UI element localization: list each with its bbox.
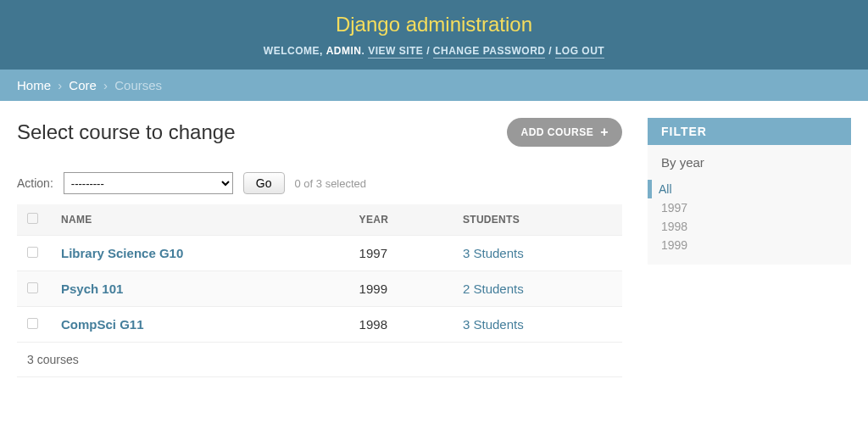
row-checkbox[interactable] — [27, 247, 38, 258]
filter-option[interactable]: All — [648, 180, 837, 198]
add-course-button[interactable]: ADD COURSE + — [507, 118, 622, 147]
table-footer: 3 courses — [17, 343, 622, 377]
main-content: Select course to change ADD COURSE + Act… — [17, 118, 622, 377]
user-tools: WELCOME, ADMIN. VIEW SITE / CHANGE PASSW… — [0, 45, 868, 57]
select-all-checkbox[interactable] — [27, 213, 38, 224]
col-students[interactable]: STUDENTS — [453, 204, 622, 236]
go-button[interactable]: Go — [243, 172, 285, 194]
change-password-link[interactable]: CHANGE PASSWORD — [433, 45, 546, 59]
welcome-text: WELCOME, — [264, 45, 326, 57]
filter-option[interactable]: 1998 — [661, 217, 837, 236]
filter-sidebar: FILTER By year All199719981999 — [648, 118, 851, 377]
row-checkbox[interactable] — [27, 282, 38, 293]
course-name-link[interactable]: Library Science G10 — [61, 246, 183, 260]
table-row: Library Science G1019973 Students — [17, 236, 622, 271]
course-year: 1998 — [349, 307, 453, 343]
col-year[interactable]: YEAR — [349, 204, 453, 236]
filter-option[interactable]: 1997 — [661, 198, 837, 217]
plus-icon: + — [600, 125, 609, 140]
course-table: NAME YEAR STUDENTS Library Science G1019… — [17, 204, 622, 343]
students-link[interactable]: 2 Students — [463, 282, 524, 296]
filter-by-label: By year — [661, 155, 837, 170]
selection-count: 0 of 3 selected — [295, 177, 367, 190]
row-checkbox[interactable] — [27, 318, 38, 329]
action-label: Action: — [17, 176, 53, 190]
course-name-link[interactable]: Psych 101 — [61, 282, 123, 296]
view-site-link[interactable]: VIEW SITE — [368, 45, 423, 59]
site-title: Django administration — [0, 13, 868, 36]
admin-header: Django administration WELCOME, ADMIN. VI… — [0, 0, 868, 70]
username: ADMIN — [326, 45, 362, 57]
students-link[interactable]: 3 Students — [463, 317, 524, 332]
breadcrumb-current: Courses — [114, 78, 162, 92]
logout-link[interactable]: LOG OUT — [555, 45, 604, 59]
add-button-label: ADD COURSE — [520, 126, 593, 138]
actions-bar: Action: --------- Go 0 of 3 selected — [17, 172, 622, 194]
filter-list: All199719981999 — [661, 180, 837, 254]
course-year: 1999 — [349, 271, 453, 307]
col-name[interactable]: NAME — [51, 204, 349, 236]
breadcrumb-core[interactable]: Core — [69, 78, 97, 92]
students-link[interactable]: 3 Students — [463, 246, 524, 260]
action-select[interactable]: --------- — [64, 172, 233, 194]
filter-option[interactable]: 1999 — [661, 236, 837, 254]
table-row: CompSci G1119983 Students — [17, 307, 622, 343]
table-row: Psych 10119992 Students — [17, 271, 622, 307]
course-year: 1997 — [349, 236, 453, 271]
breadcrumb: Home › Core › Courses — [0, 70, 868, 101]
filter-title: FILTER — [648, 118, 851, 145]
course-name-link[interactable]: CompSci G11 — [61, 317, 144, 332]
breadcrumb-home[interactable]: Home — [17, 78, 51, 92]
page-title: Select course to change — [17, 120, 236, 144]
